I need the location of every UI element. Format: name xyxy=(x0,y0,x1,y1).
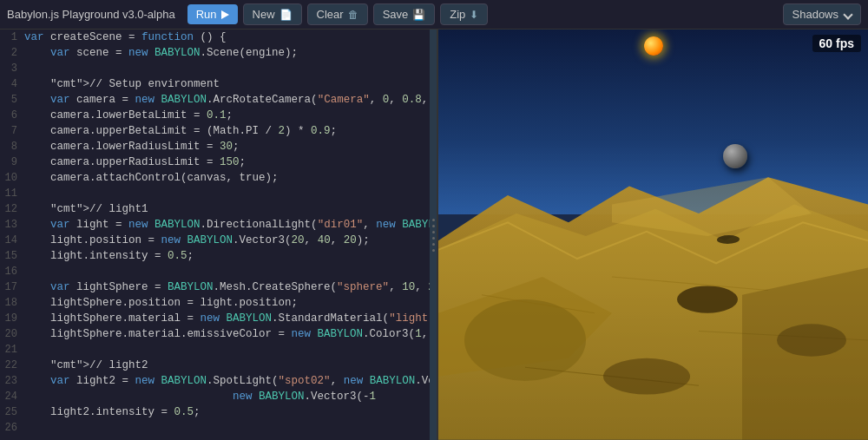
line-content: var light = new BABYLON.DirectionalLight… xyxy=(24,217,437,233)
terrain-svg xyxy=(438,132,868,440)
run-label: Run xyxy=(196,8,217,21)
code-line: 6 camera.lowerBetaLimit = 0.1; xyxy=(0,108,437,123)
line-content: light.position = new BABYLON.Vector3(20,… xyxy=(24,233,437,248)
line-number: 18 xyxy=(0,295,24,311)
line-number: 12 xyxy=(0,201,24,217)
code-line: 22 "cmt">// light2 xyxy=(0,358,437,373)
run-button[interactable]: Run xyxy=(187,4,238,24)
fps-counter: 60 fps xyxy=(812,35,861,52)
line-content: camera.upperRadiusLimit = 150; xyxy=(24,154,437,170)
code-editor-panel: 1var createScene = function () {2 var sc… xyxy=(0,30,438,440)
line-content xyxy=(24,264,437,279)
line-content: var createScene = function () { xyxy=(24,30,437,45)
code-line: 4 "cmt">// Setup environment xyxy=(0,76,437,92)
svg-point-4 xyxy=(464,299,586,381)
line-number: 8 xyxy=(0,139,24,154)
line-content: var camera = new BABYLON.ArcRotateCamera… xyxy=(24,92,437,108)
line-number: 4 xyxy=(0,76,24,92)
zip-label: Zip xyxy=(450,8,465,21)
code-line: 12 "cmt">// light1 xyxy=(0,201,437,217)
line-number: 3 xyxy=(0,61,24,76)
line-number: 17 xyxy=(0,279,24,295)
line-content: var light2 = new BABYLON.SpotLight("spot… xyxy=(24,373,437,389)
trash-icon: 🗑 xyxy=(348,9,358,21)
line-number: 9 xyxy=(0,154,24,170)
line-number: 16 xyxy=(0,264,24,279)
handle-dot xyxy=(432,231,435,233)
line-content: light.intensity = 0.5; xyxy=(24,248,437,264)
line-content xyxy=(24,342,437,358)
svg-point-3 xyxy=(677,286,738,313)
code-line: 19 lightSphere.material = new BABYLON.St… xyxy=(0,311,437,326)
line-content: camera.lowerBetaLimit = 0.1; xyxy=(24,108,437,123)
line-number: 10 xyxy=(0,170,24,186)
svg-point-12 xyxy=(777,324,846,357)
line-content: var scene = new BABYLON.Scene(engine); xyxy=(24,45,437,61)
light-sphere xyxy=(644,36,663,56)
code-line: 17 var lightSphere = BABYLON.Mesh.Create… xyxy=(0,279,437,295)
line-number: 6 xyxy=(0,108,24,123)
render-panel: 60 fps xyxy=(438,30,868,440)
svg-point-11 xyxy=(603,358,690,395)
code-line: 8 camera.lowerRadiusLimit = 30; xyxy=(0,139,437,154)
code-line: 9 camera.upperRadiusLimit = 150; xyxy=(0,154,437,170)
line-number: 20 xyxy=(0,326,24,342)
line-number: 23 xyxy=(0,373,24,389)
clear-button[interactable]: Clear 🗑 xyxy=(307,3,368,25)
line-number: 26 xyxy=(0,420,24,436)
line-number: 11 xyxy=(0,186,24,201)
scene-canvas: 60 fps xyxy=(438,30,868,440)
code-area[interactable]: 1var createScene = function () {2 var sc… xyxy=(0,30,437,440)
line-content xyxy=(24,61,437,76)
code-line: 15 light.intensity = 0.5; xyxy=(0,248,437,264)
handle-dot xyxy=(432,249,435,252)
handle-dot xyxy=(432,243,435,246)
line-number: 1 xyxy=(0,30,24,45)
line-number: 13 xyxy=(0,217,24,233)
handle-dot xyxy=(432,225,435,227)
app-title: Babylon.js Playground v3.0-alpha xyxy=(7,8,175,21)
chevron-down-icon xyxy=(843,10,852,19)
code-line: 5 var camera = new BABYLON.ArcRotateCame… xyxy=(0,92,437,108)
save-label: Save xyxy=(383,8,409,21)
play-icon xyxy=(221,10,229,19)
new-button[interactable]: New 📄 xyxy=(243,3,302,25)
zip-button[interactable]: Zip ⬇ xyxy=(440,3,488,25)
code-line: 18 lightSphere.position = light.position… xyxy=(0,295,437,311)
code-line: 7 camera.upperBetaLimit = (Math.PI / 2) … xyxy=(0,123,437,139)
line-content: new BABYLON.Vector3(-1 xyxy=(24,389,437,404)
line-content: "cmt">// Setup environment xyxy=(24,76,437,92)
line-number: 2 xyxy=(0,45,24,61)
line-content: lightSphere.material.emissiveColor = new… xyxy=(24,326,437,342)
code-line: 25 light2.intensity = 0.5; xyxy=(0,404,437,420)
sphere-shadow xyxy=(716,235,740,244)
resize-handle[interactable] xyxy=(430,30,437,440)
shadows-button[interactable]: Shadows xyxy=(783,3,861,25)
code-line: 1var createScene = function () { xyxy=(0,30,437,45)
line-number: 24 xyxy=(0,389,24,404)
line-number: 7 xyxy=(0,123,24,139)
code-line: 13 var light = new BABYLON.DirectionalLi… xyxy=(0,217,437,233)
handle-dot xyxy=(432,219,435,221)
line-number: 25 xyxy=(0,404,24,420)
line-content xyxy=(24,186,437,201)
new-label: New xyxy=(253,8,275,21)
code-line: 3 xyxy=(0,61,437,76)
save-icon: 💾 xyxy=(412,9,425,21)
line-number: 5 xyxy=(0,92,24,108)
shadows-label: Shadows xyxy=(792,8,838,21)
line-content: camera.lowerRadiusLimit = 30; xyxy=(24,139,437,154)
toolbar: Babylon.js Playground v3.0-alpha Run New… xyxy=(0,0,868,30)
code-line: 16 xyxy=(0,264,437,279)
save-button[interactable]: Save 💾 xyxy=(373,3,436,25)
zip-icon: ⬇ xyxy=(470,9,478,21)
code-line: 24 new BABYLON.Vector3(-1 xyxy=(0,389,437,404)
line-content: light2.intensity = 0.5; xyxy=(24,404,437,420)
code-line: 23 var light2 = new BABYLON.SpotLight("s… xyxy=(0,373,437,389)
document-icon: 📄 xyxy=(279,9,293,21)
code-line: 26 xyxy=(0,420,437,436)
line-content: "cmt">// light1 xyxy=(24,201,437,217)
line-content xyxy=(24,420,437,436)
line-number: 21 xyxy=(0,342,24,358)
line-number: 15 xyxy=(0,248,24,264)
